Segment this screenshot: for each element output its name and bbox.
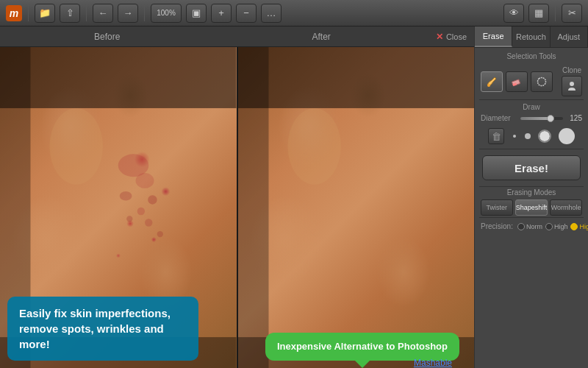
erase-button[interactable]: Erase! bbox=[482, 155, 581, 180]
erase-button-wrap: Erase! bbox=[475, 149, 588, 186]
svg-point-19 bbox=[570, 82, 574, 86]
precision-norm-radio bbox=[517, 223, 525, 230]
brush-size-xs[interactable] bbox=[513, 135, 516, 138]
clone-label: Clone bbox=[562, 66, 581, 74]
svg-point-16 bbox=[487, 84, 490, 87]
tab-adjust[interactable]: Adjust bbox=[551, 26, 588, 47]
toolbar-separator-4 bbox=[555, 5, 556, 21]
canvas-header: Before After ✕ Close bbox=[0, 26, 474, 47]
precision-high[interactable]: High bbox=[545, 223, 568, 230]
eraser-tool-button[interactable] bbox=[506, 71, 528, 92]
precision-norm[interactable]: Norm bbox=[517, 223, 542, 230]
selection-tools-label: Selection Tools bbox=[475, 48, 588, 63]
diameter-row: Diameter 125 bbox=[481, 114, 582, 122]
brush-tool-button[interactable] bbox=[481, 71, 503, 92]
person-icon bbox=[567, 81, 577, 91]
toolbar-separator-3 bbox=[144, 5, 145, 21]
precision-radio-group: Norm High Highest bbox=[517, 223, 588, 230]
zoom-level[interactable]: 100% bbox=[151, 4, 182, 23]
draw-label: Draw bbox=[481, 103, 582, 111]
redo-button[interactable]: → bbox=[118, 4, 138, 23]
erasing-modes-label: Erasing Modes bbox=[481, 188, 582, 197]
modes-row: Twister Shapeshift Wormhole bbox=[481, 199, 582, 216]
caption-left: Easily fix skin imperfections, remove sp… bbox=[7, 297, 198, 361]
precision-highest-radio bbox=[570, 223, 578, 230]
canvas-area: Before After ✕ Close bbox=[0, 26, 474, 368]
before-label: Before bbox=[0, 32, 214, 42]
close-label: Close bbox=[446, 32, 467, 41]
toolbar-separator-1 bbox=[28, 5, 29, 21]
caption-right-text: Inexpensive Alternative to Photoshop bbox=[277, 341, 448, 352]
undo-button[interactable]: ← bbox=[93, 4, 113, 23]
mode-twister[interactable]: Twister bbox=[481, 199, 513, 216]
split-view-button[interactable]: ▦ bbox=[528, 4, 549, 23]
precision-highest[interactable]: Highest bbox=[570, 223, 588, 230]
close-button[interactable]: ✕ Close bbox=[429, 32, 474, 42]
selection-tools-left bbox=[481, 71, 553, 92]
precision-highest-label: Highest bbox=[579, 223, 588, 230]
more-options-button[interactable]: … bbox=[261, 4, 282, 23]
mashable-link[interactable]: Mashable bbox=[414, 358, 452, 368]
delete-brush-button[interactable]: 🗑 bbox=[488, 128, 504, 144]
precision-norm-label: Norm bbox=[526, 223, 542, 230]
slider-thumb bbox=[547, 115, 554, 122]
canvas-images: Easily fix skin imperfections, remove sp… bbox=[0, 47, 474, 368]
brush-size-sm[interactable] bbox=[525, 133, 531, 139]
brush-sizes-row: 🗑 bbox=[481, 127, 582, 146]
share-button[interactable]: ⇧ bbox=[60, 4, 80, 23]
tab-bar: Erase Retouch Adjust bbox=[475, 26, 588, 48]
diameter-value: 125 bbox=[566, 114, 582, 122]
tab-retouch[interactable]: Retouch bbox=[512, 26, 550, 47]
brush-size-lg[interactable] bbox=[559, 128, 575, 144]
crop-button[interactable]: ✂ bbox=[562, 4, 582, 23]
erasing-modes-section: Erasing Modes Twister Shapeshift Wormhol… bbox=[475, 187, 588, 217]
app-logo: m bbox=[6, 5, 22, 21]
main-area: Before After ✕ Close bbox=[0, 26, 588, 368]
diameter-label: Diameter bbox=[481, 114, 517, 122]
fit-view-button[interactable]: ▣ bbox=[186, 4, 207, 23]
precision-label: Precision: bbox=[481, 222, 513, 230]
brush-icon bbox=[486, 76, 498, 88]
eye-button[interactable]: 👁 bbox=[503, 4, 524, 23]
after-label: After bbox=[214, 32, 428, 42]
mode-wormhole[interactable]: Wormhole bbox=[550, 199, 582, 216]
caption-right: Inexpensive Alternative to Photoshop bbox=[265, 333, 459, 361]
diameter-slider[interactable] bbox=[520, 117, 563, 120]
slider-fill bbox=[520, 117, 551, 120]
clone-button[interactable] bbox=[562, 76, 582, 96]
lasso-tool-button[interactable] bbox=[531, 71, 553, 92]
close-x-icon: ✕ bbox=[436, 32, 443, 42]
zoom-out-button[interactable]: − bbox=[236, 4, 257, 23]
precision-row: Precision: Norm High Highest bbox=[475, 218, 588, 235]
brush-size-md[interactable] bbox=[539, 131, 550, 141]
tab-erase[interactable]: Erase bbox=[475, 26, 512, 47]
eraser-icon bbox=[511, 76, 523, 88]
mode-shapeshift[interactable]: Shapeshift bbox=[515, 199, 548, 216]
right-panel: Erase Retouch Adjust Selection Tools bbox=[474, 26, 588, 368]
draw-section: Draw Diameter 125 🗑 bbox=[475, 100, 588, 149]
main-toolbar: m 📁 ⇧ ← → 100% ▣ + − … 👁 ▦ ✂ bbox=[0, 0, 588, 26]
after-image bbox=[238, 47, 475, 368]
after-panel bbox=[238, 47, 475, 368]
caption-left-text: Easily fix skin imperfections, remove sp… bbox=[19, 307, 171, 350]
lasso-icon bbox=[536, 76, 548, 88]
precision-high-label: High bbox=[554, 223, 568, 230]
selection-tools-row: Clone bbox=[475, 63, 588, 99]
precision-high-radio bbox=[545, 223, 553, 230]
zoom-in-button[interactable]: + bbox=[211, 4, 232, 23]
open-button[interactable]: 📁 bbox=[35, 4, 55, 23]
toolbar-separator-2 bbox=[86, 5, 87, 21]
